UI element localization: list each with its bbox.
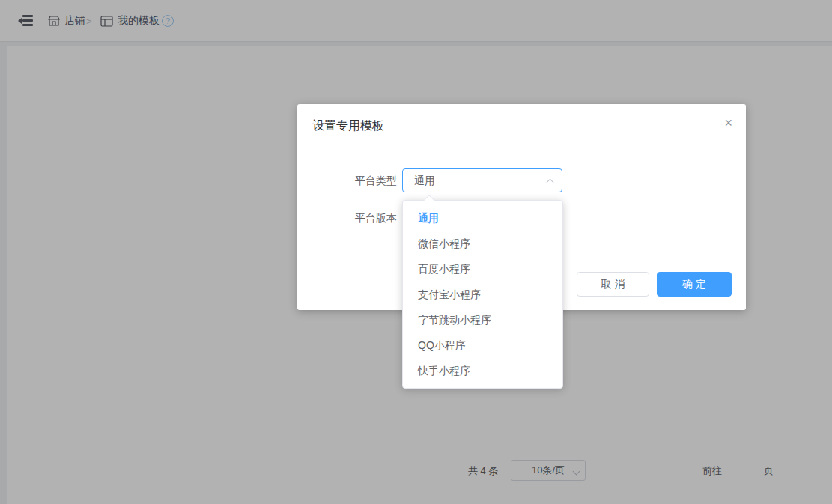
dropdown-option[interactable]: 百度小程序 <box>403 256 562 282</box>
platform-type-label: 平台类型 <box>297 174 397 188</box>
dropdown-option[interactable]: 支付宝小程序 <box>403 282 562 307</box>
dropdown-option[interactable]: 通用 <box>403 205 562 231</box>
confirm-button[interactable]: 确 定 <box>657 272 732 297</box>
dropdown-option[interactable]: 微信小程序 <box>403 231 562 256</box>
platform-type-select[interactable]: 通用 <box>402 168 562 192</box>
dropdown-option[interactable]: 快手小程序 <box>403 358 562 383</box>
dropdown-option[interactable]: QQ小程序 <box>403 333 562 358</box>
chevron-up-icon <box>547 179 554 186</box>
platform-type-dropdown: 通用 微信小程序 百度小程序 支付宝小程序 字节跳动小程序 QQ小程序 快手小程… <box>402 200 563 389</box>
close-icon[interactable]: × <box>724 116 732 130</box>
dropdown-option[interactable]: 字节跳动小程序 <box>403 307 562 333</box>
platform-type-value: 通用 <box>414 174 435 186</box>
cancel-button[interactable]: 取 消 <box>577 272 649 297</box>
platform-version-label: 平台版本 <box>297 212 397 225</box>
dialog-title: 设置专用模板 <box>312 118 384 134</box>
